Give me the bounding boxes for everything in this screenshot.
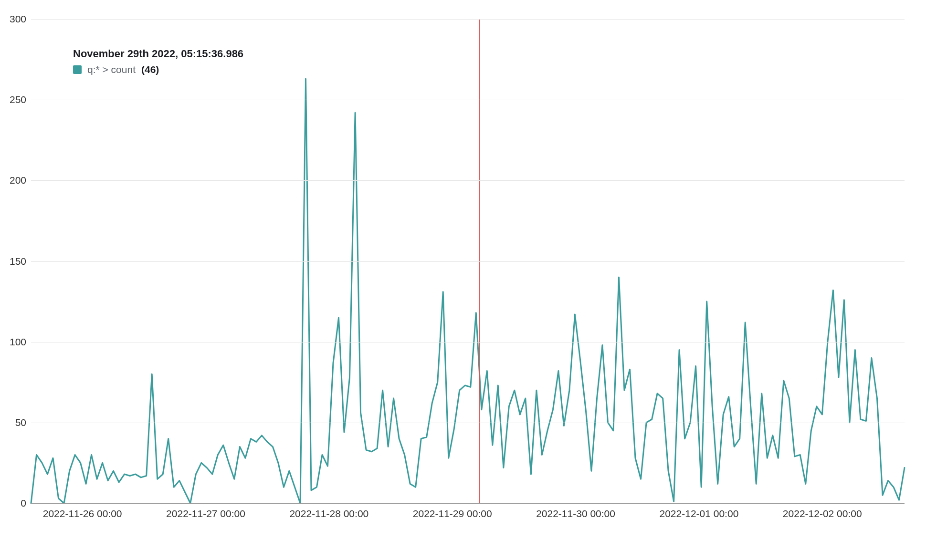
tooltip: November 29th 2022, 05:15:36.986 q:* > c…: [73, 47, 243, 76]
x-axis-line: [31, 503, 905, 504]
x-tick-label: 2022-11-28 00:00: [289, 508, 368, 519]
y-tick-label: 250: [10, 94, 26, 105]
grid-line: [31, 19, 905, 20]
grid-line: [31, 261, 905, 262]
grid-line: [31, 423, 905, 423]
x-tick-label: 2022-11-27 00:00: [166, 508, 245, 519]
x-tick-label: 2022-12-01 00:00: [660, 508, 739, 519]
grid-line: [31, 100, 905, 100]
y-tick-label: 0: [21, 498, 26, 509]
y-tick-label: 200: [10, 175, 26, 186]
x-tick-label: 2022-11-29 00:00: [413, 508, 492, 519]
chart-container: November 29th 2022, 05:15:36.986 q:* > c…: [0, 0, 926, 560]
legend-swatch-icon: [73, 65, 82, 74]
grid-line: [31, 342, 905, 342]
grid-line: [31, 180, 905, 181]
y-tick-label: 50: [15, 417, 26, 428]
y-tick-label: 150: [10, 256, 26, 267]
tooltip-value: (46): [141, 63, 159, 76]
y-tick-label: 100: [10, 336, 26, 348]
y-tick-label: 300: [10, 13, 26, 25]
x-tick-label: 2022-11-26 00:00: [43, 508, 122, 519]
tooltip-series-label: q:* > count: [87, 63, 136, 76]
tooltip-timestamp: November 29th 2022, 05:15:36.986: [73, 47, 243, 61]
plot-area[interactable]: November 29th 2022, 05:15:36.986 q:* > c…: [31, 19, 905, 503]
x-tick-label: 2022-11-30 00:00: [536, 508, 615, 519]
x-tick-label: 2022-12-02 00:00: [783, 508, 862, 519]
